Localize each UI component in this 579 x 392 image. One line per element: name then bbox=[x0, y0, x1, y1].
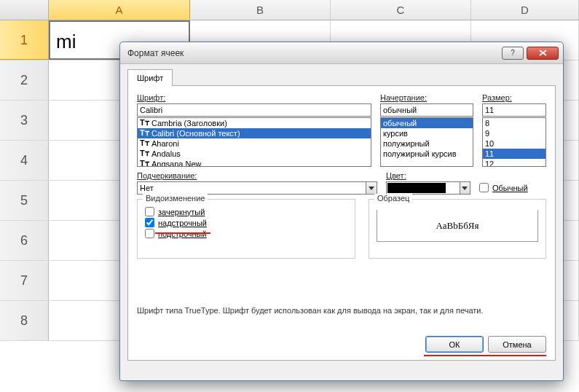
sample-preview: АаВbБбЯя bbox=[377, 210, 538, 242]
style-option[interactable]: полужирный bbox=[381, 138, 473, 149]
cancel-button[interactable]: Отмена bbox=[488, 336, 546, 353]
font-option[interactable]: TᴛAharoni bbox=[138, 138, 371, 149]
row-header-6[interactable]: 6 bbox=[0, 221, 49, 260]
underline-label: Подчеркивание: bbox=[137, 171, 377, 180]
strikethrough-input[interactable] bbox=[145, 207, 154, 216]
row-header-3[interactable]: 3 bbox=[0, 101, 49, 140]
size-input[interactable] bbox=[482, 103, 546, 117]
svg-text:Tᴛ: Tᴛ bbox=[140, 160, 149, 167]
col-header-D[interactable]: D bbox=[471, 0, 579, 20]
truetype-icon: Tᴛ bbox=[140, 140, 149, 147]
truetype-icon: Tᴛ bbox=[140, 119, 149, 127]
sample-group: Образец АаВbБбЯя bbox=[369, 199, 546, 259]
effects-group: Видоизменение зачеркнутый надстрочный по… bbox=[137, 199, 355, 259]
truetype-icon: Tᴛ bbox=[140, 160, 149, 167]
annotation-underline bbox=[424, 355, 546, 356]
select-all-corner[interactable] bbox=[0, 0, 49, 20]
svg-text:Tᴛ: Tᴛ bbox=[140, 140, 149, 147]
superscript-checkbox[interactable]: надстрочный bbox=[145, 218, 347, 227]
style-option[interactable]: обычный bbox=[381, 118, 473, 128]
dialog-title: Формат ячеек bbox=[127, 48, 502, 58]
chevron-down-icon[interactable] bbox=[366, 181, 377, 195]
size-option[interactable]: 12 bbox=[483, 159, 545, 167]
color-swatch bbox=[387, 183, 446, 193]
tab-font[interactable]: Шрифт bbox=[127, 69, 173, 86]
size-option[interactable]: 10 bbox=[483, 138, 545, 149]
style-label: Начертание: bbox=[380, 93, 473, 102]
row-header-1[interactable]: 1 bbox=[0, 20, 49, 60]
truetype-icon: Tᴛ bbox=[140, 150, 149, 157]
sample-legend: Образец bbox=[374, 194, 412, 203]
svg-text:Tᴛ: Tᴛ bbox=[140, 150, 149, 157]
annotation-underline bbox=[155, 232, 210, 234]
size-option[interactable]: 11 bbox=[483, 149, 545, 159]
color-combo[interactable] bbox=[386, 181, 470, 195]
font-option[interactable]: TᴛAndalus bbox=[138, 149, 371, 159]
row-header-2[interactable]: 2 bbox=[0, 60, 49, 100]
font-input[interactable] bbox=[137, 103, 371, 117]
dialog-titlebar[interactable]: Формат ячеек ? bbox=[120, 42, 563, 64]
font-panel: Шрифт: TᴛCambria (Заголовки) TᴛCalibri (… bbox=[127, 85, 556, 361]
svg-text:Tᴛ: Tᴛ bbox=[140, 119, 149, 127]
underline-input[interactable] bbox=[137, 181, 366, 195]
truetype-note: Шрифт типа TrueType. Шрифт будет использ… bbox=[137, 306, 484, 315]
font-option[interactable]: TᴛAngsana New bbox=[138, 159, 371, 167]
ok-button[interactable]: ОК bbox=[425, 336, 484, 353]
svg-text:Tᴛ: Tᴛ bbox=[140, 130, 149, 137]
effects-legend: Видоизменение bbox=[143, 194, 208, 203]
row-header-8[interactable]: 8 bbox=[0, 301, 49, 340]
col-header-C[interactable]: C bbox=[331, 0, 471, 20]
superscript-input[interactable] bbox=[145, 218, 154, 227]
chevron-down-icon[interactable] bbox=[460, 181, 470, 195]
font-option[interactable]: TᴛCambria (Заголовки) bbox=[138, 118, 371, 128]
normal-font-label: Обычный bbox=[492, 184, 528, 192]
column-headers: A B C D bbox=[0, 0, 579, 20]
font-option[interactable]: TᴛCalibri (Основной текст) bbox=[138, 128, 371, 138]
style-option[interactable]: полужирный курсив bbox=[381, 149, 473, 159]
underline-combo[interactable] bbox=[137, 181, 377, 195]
truetype-icon: Tᴛ bbox=[140, 130, 149, 137]
col-header-B[interactable]: B bbox=[190, 0, 331, 20]
row-header-5[interactable]: 5 bbox=[0, 181, 49, 220]
style-input[interactable] bbox=[380, 103, 473, 117]
strikethrough-checkbox[interactable]: зачеркнутый bbox=[145, 207, 347, 216]
size-list[interactable]: 8 9 10 11 12 14 bbox=[482, 117, 546, 167]
font-list[interactable]: TᴛCambria (Заголовки) TᴛCalibri (Основно… bbox=[137, 117, 371, 167]
row-header-7[interactable]: 7 bbox=[0, 261, 49, 300]
size-option[interactable]: 9 bbox=[483, 128, 545, 138]
normal-font-checkbox[interactable]: Обычный bbox=[479, 183, 528, 192]
color-label: Цвет: bbox=[386, 171, 470, 180]
close-button[interactable] bbox=[527, 47, 559, 60]
row-header-4[interactable]: 4 bbox=[0, 141, 49, 180]
style-list[interactable]: обычный курсив полужирный полужирный кур… bbox=[380, 117, 473, 167]
subscript-input[interactable] bbox=[145, 229, 154, 238]
size-option[interactable]: 8 bbox=[483, 118, 545, 128]
normal-font-input[interactable] bbox=[479, 183, 489, 192]
font-label: Шрифт: bbox=[137, 93, 371, 102]
size-label: Размер: bbox=[482, 93, 546, 102]
format-cells-dialog: Формат ячеек ? Шрифт Шрифт: TᴛCambria (З… bbox=[119, 42, 564, 381]
col-header-A[interactable]: A bbox=[49, 0, 190, 20]
style-option[interactable]: курсив bbox=[381, 128, 473, 138]
help-button[interactable]: ? bbox=[502, 47, 524, 60]
